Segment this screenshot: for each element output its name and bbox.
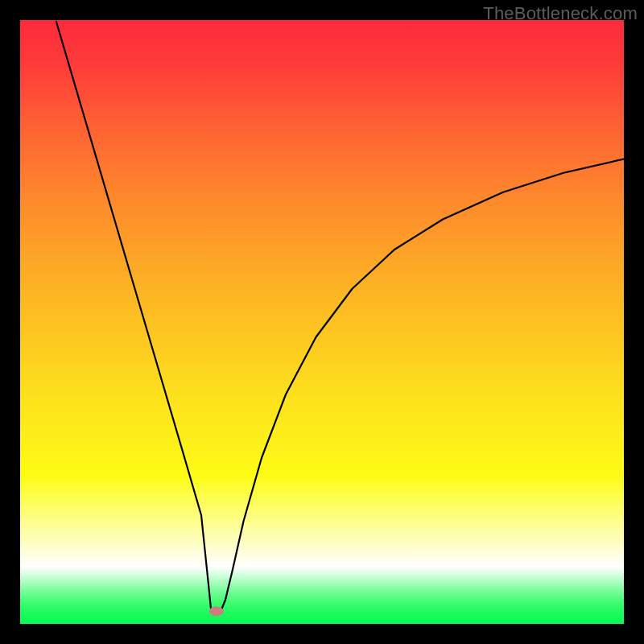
watermark-text: TheBottleneck.com: [483, 3, 638, 24]
chart-svg: [20, 20, 624, 624]
minimum-marker: [209, 606, 224, 616]
plot-area: [20, 20, 624, 624]
curve-line: [56, 22, 624, 611]
chart-frame: TheBottleneck.com: [0, 0, 644, 644]
